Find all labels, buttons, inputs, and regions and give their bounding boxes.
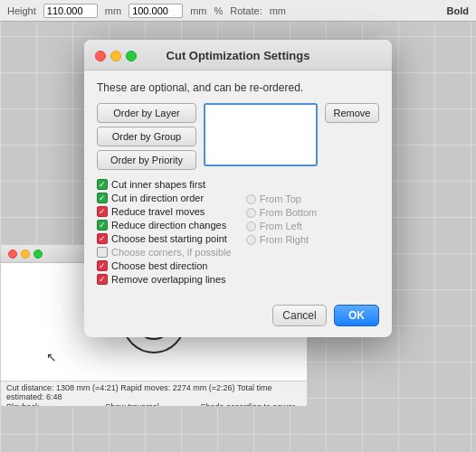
check-item-corners: Choose corners, if possible	[97, 247, 232, 258]
modal-description: These are optional, and can be re-ordere…	[97, 81, 379, 94]
check-label-travel-moves: Reduce travel moves	[111, 206, 205, 217]
radio-label-left: From Left	[260, 221, 302, 231]
cut-optimization-dialog: Cut Optimization Settings These are opti…	[84, 40, 392, 337]
height-unit: mm	[105, 5, 121, 16]
radio-circle-bottom[interactable]	[246, 208, 256, 218]
radio-label-right: From Right	[260, 234, 309, 245]
modal-overlay: Cut Optimization Settings These are opti…	[0, 22, 476, 452]
check-item-overlapping: Remove overlapping lines	[97, 274, 232, 285]
radio-circle-right[interactable]	[246, 235, 256, 245]
radio-circle-left[interactable]	[246, 221, 256, 231]
check-item-direction-changes: Reduce direction changes	[97, 220, 232, 231]
radio-from-left: From Left	[246, 221, 318, 231]
order-by-priority-button[interactable]: Order by Priority	[97, 150, 196, 170]
ok-button[interactable]: OK	[334, 305, 379, 326]
height-input[interactable]	[43, 4, 98, 18]
remove-button[interactable]: Remove	[325, 103, 379, 123]
radio-label-top: From Top	[260, 193, 301, 204]
check-item-cut-inner: Cut inner shapes first	[97, 179, 232, 190]
width-unit: mm	[190, 5, 206, 16]
radio-col: From Top From Bottom From Left From Righ…	[246, 193, 318, 285]
radio-label-bottom: From Bottom	[260, 207, 318, 218]
check-item-travel-moves: Reduce travel moves	[97, 206, 232, 217]
traffic-lights	[95, 51, 137, 61]
checkbox-direction-changes[interactable]	[97, 220, 108, 231]
modal-title: Cut Optimization Settings	[95, 49, 381, 62]
check-item-best-direction: Choose best direction	[97, 260, 232, 271]
order-list-box[interactable]	[204, 103, 318, 166]
check-item-direction-order: Cut in direction order	[97, 193, 232, 203]
checkbox-corners[interactable]	[97, 247, 108, 258]
rotate-label: Rotate:	[230, 5, 262, 16]
radio-from-bottom: From Bottom	[246, 207, 318, 218]
maximize-button[interactable]	[126, 51, 137, 61]
cancel-button[interactable]: Cancel	[272, 305, 327, 326]
checkboxes-col: Cut inner shapes first Cut in direction …	[97, 179, 232, 285]
checkbox-best-start[interactable]	[97, 233, 108, 244]
minimize-button[interactable]	[110, 51, 121, 61]
checkbox-direction-order[interactable]	[97, 193, 108, 203]
modal-titlebar: Cut Optimization Settings	[84, 40, 392, 71]
order-buttons-col: Order by Layer Order by Group Order by P…	[97, 103, 196, 170]
modal-body: These are optional, and can be re-ordere…	[84, 71, 392, 297]
order-by-group-button[interactable]: Order by Group	[97, 127, 196, 146]
checkbox-travel-moves[interactable]	[97, 206, 108, 217]
checkbox-overlapping[interactable]	[97, 274, 108, 285]
check-label-cut-inner: Cut inner shapes first	[111, 179, 205, 190]
width-input[interactable]	[129, 4, 183, 18]
modal-main: Order by Layer Order by Group Order by P…	[97, 103, 379, 170]
checkbox-best-direction[interactable]	[97, 260, 108, 271]
check-item-best-start: Choose best starting point	[97, 233, 232, 244]
check-label-corners: Choose corners, if possible	[111, 247, 232, 258]
pct-label: %	[214, 5, 223, 16]
radio-from-right: From Right	[246, 234, 318, 245]
check-label-direction-changes: Reduce direction changes	[111, 220, 226, 231]
close-button[interactable]	[95, 51, 106, 61]
radio-from-top: From Top	[246, 193, 318, 204]
checkboxes-section: Cut inner shapes first Cut in direction …	[97, 179, 379, 285]
check-label-overlapping: Remove overlapping lines	[111, 274, 226, 285]
bold-label: Bold	[447, 5, 469, 16]
toolbar: Height mm mm % Rotate: mm Bold	[0, 0, 476, 22]
checkbox-cut-inner[interactable]	[97, 179, 108, 190]
radio-circle-top[interactable]	[246, 194, 256, 204]
check-label-best-direction: Choose best direction	[111, 260, 207, 271]
check-label-best-start: Choose best starting point	[111, 233, 227, 244]
modal-footer: Cancel OK	[84, 297, 392, 337]
check-label-direction-order: Cut in direction order	[111, 193, 204, 203]
height-label: Height	[7, 5, 36, 16]
order-by-layer-button[interactable]: Order by Layer	[97, 103, 196, 123]
rotate-unit: mm	[270, 5, 286, 16]
